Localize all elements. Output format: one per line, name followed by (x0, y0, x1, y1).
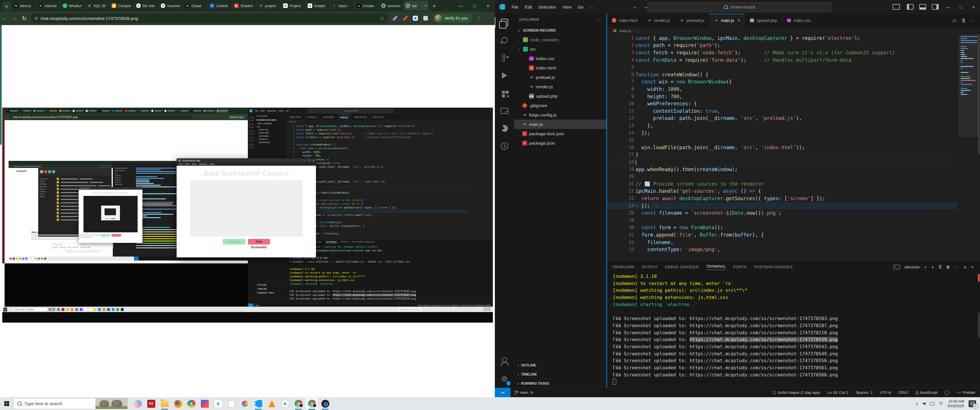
source-control-icon[interactable] (495, 49, 514, 67)
tree-item-packagelockjson[interactable]: npackage-lock.json (514, 129, 606, 138)
editor-more-icon[interactable]: ··· (970, 18, 975, 23)
code-editor[interactable]: 1const { app, BrowserWindow, ipcMain, de… (607, 35, 980, 261)
close-button[interactable]: × (967, 0, 980, 14)
editor-tab-mainjs[interactable]: JSmain.js× (710, 14, 745, 27)
taskbar-icon-chrome-profile-2[interactable] (292, 397, 305, 410)
run-debug-icon[interactable] (495, 67, 514, 84)
tree-item-forgeconfigjs[interactable]: JSforge.config.js (514, 110, 606, 119)
panel-tab-postman-console[interactable]: POSTMAN CONSOLE (754, 265, 793, 269)
command-search-box[interactable]: screen-record (647, 2, 832, 12)
tree-item-preloadjs[interactable]: JSpreload.js (514, 73, 606, 82)
taskbar-icon-paint[interactable] (238, 397, 251, 410)
new-terminal-button[interactable]: + (924, 265, 927, 269)
sidebar-section-timeline[interactable]: ›TIMELINE (514, 370, 606, 379)
taskbar-icon-vscode[interactable] (251, 397, 265, 410)
kill-terminal-button[interactable]: 🗑 (946, 265, 950, 269)
reload-button[interactable]: ↻ (19, 15, 29, 22)
editor-tab-renderjs[interactable]: JSrender.js (643, 14, 675, 27)
timer-icon[interactable] (495, 137, 514, 155)
menu-item-edit[interactable]: Edit (522, 5, 535, 10)
taskbar-icon-chrome[interactable] (185, 397, 198, 410)
menu-item-go[interactable]: Go (574, 5, 587, 10)
editor-tab-preloadjs[interactable]: JSpreload.js (675, 14, 710, 27)
breadcrumb[interactable]: JS main.js › ... (607, 27, 980, 35)
panel-tab-debug-console[interactable]: DEBUG CONSOLE (665, 265, 699, 269)
menu-item-selection[interactable]: Selection (535, 5, 559, 10)
status-item-asiful-haque-1-day-ago-[interactable]: Asiful Haque (1 day ago) (773, 390, 820, 395)
taskbar-icon-copilot[interactable] (131, 397, 145, 410)
browser-tab[interactable]: ¤project (257, 1, 282, 11)
toggle-sidebar-icon[interactable] (907, 4, 914, 10)
panel-tab-terminal[interactable]: TERMINAL (706, 264, 726, 270)
maximize-button[interactable]: □ (955, 0, 967, 14)
search-box-image-elephants[interactable] (95, 398, 127, 409)
capturing-button[interactable]: Capturing... (223, 239, 245, 245)
status-item--javascript[interactable]: {} JavaScript (916, 390, 937, 395)
profile-verify-button[interactable]: Verify it's you (433, 13, 473, 23)
tree-item-mainjs[interactable]: JSmain.js (514, 119, 606, 129)
run-button[interactable]: ▷ (953, 18, 957, 23)
menu-item-view[interactable]: View (559, 5, 574, 10)
browser-tab[interactable]: ◆Analyti (306, 1, 331, 11)
tab-close-icon[interactable]: × (738, 18, 740, 22)
browser-tab[interactable]: ▦Compre (110, 1, 134, 11)
extension-highlighter-icon[interactable] (401, 14, 409, 22)
taskbar-icon-electron-app[interactable] (318, 397, 332, 410)
sidebar-section-running-tasks[interactable]: ›RUNNING TASKS (514, 379, 606, 388)
clock[interactable]: 10:42 AM 5/16/2025 (948, 399, 964, 408)
panel-tab-output[interactable]: OUTPUT (641, 265, 657, 269)
toggle-secondary-sidebar-icon[interactable] (932, 4, 939, 10)
new-tab-button[interactable]: + (430, 2, 438, 10)
start-button[interactable] (0, 397, 13, 410)
explorer-icon[interactable] (495, 14, 514, 31)
terminal-dropdown-icon[interactable]: ∨ (931, 265, 934, 269)
search-icon[interactable] (495, 31, 514, 49)
editor-tab-uploadphp[interactable]: phpupload.php (745, 14, 782, 27)
menu-item-file[interactable]: File (509, 5, 522, 10)
tree-item-packagejson[interactable]: npackage.json (514, 138, 606, 148)
extensions-icon[interactable] (495, 84, 514, 102)
wifi-icon[interactable] (939, 402, 943, 405)
git-branch-item[interactable]: main ↻ (514, 390, 534, 395)
browser-tab[interactable]: inLinkedI (208, 1, 232, 11)
editor-tab-indexcss[interactable]: cssindex.css (782, 14, 816, 27)
browser-tab[interactable]: ▶Shadcn (232, 1, 257, 11)
taskbar-icon-firefox[interactable] (171, 397, 185, 410)
panel-tab-problems[interactable]: PROBLEMS (613, 265, 634, 269)
browser-tab[interactable]: ▲Create (355, 1, 379, 11)
browser-tab[interactable]: NNext.js (12, 1, 37, 11)
status-item-icon[interactable] (945, 390, 949, 395)
accounts-icon[interactable] (495, 353, 514, 370)
device-icon[interactable] (930, 402, 934, 405)
settings-gear-icon[interactable]: ⚙1 (495, 370, 514, 388)
extension-screen-record-icon[interactable] (412, 14, 419, 22)
project-root-row[interactable]: ⌄SCREEN-RECORD (514, 25, 606, 35)
split-terminal-button[interactable]: ⫿⫿ (939, 264, 942, 269)
minimap[interactable] (959, 35, 978, 261)
browser-tab[interactable]: ⚡SQL 50 (86, 1, 110, 11)
editor-back-button[interactable]: ← (630, 4, 640, 10)
pacman-icon[interactable] (495, 119, 514, 137)
explorer-more-icon[interactable]: ··· (597, 17, 601, 22)
browser-tab[interactable]: WhatsA (61, 1, 86, 11)
remote-indicator[interactable]: ˃˂ (495, 388, 511, 397)
toggle-panel-icon[interactable] (919, 4, 926, 10)
hidden-icons-chevron[interactable]: ∧ (916, 402, 918, 406)
browser-tab[interactable]: ●SE-Inte (134, 1, 159, 11)
bookmark-star-icon[interactable]: ☆ (380, 15, 384, 21)
remote-window-icon[interactable] (892, 4, 900, 10)
browser-tab[interactable]: ◍scr× (404, 1, 428, 11)
sidebar-resize-sash[interactable] (606, 14, 607, 388)
sidebar-section-outline[interactable]: ›OUTLINE (514, 361, 606, 370)
volume-icon[interactable] (923, 402, 926, 405)
tree-item-indexcss[interactable]: cssindex.css (514, 54, 606, 63)
panel-tab-ports[interactable]: PORTS (733, 265, 747, 269)
tree-item-gitignore[interactable]: .gitignore (514, 101, 606, 110)
browser-tab[interactable]: ◆Project (282, 1, 306, 11)
status-item-spaces-2[interactable]: Spaces: 2 (856, 390, 873, 395)
extensions-puzzle-icon[interactable] (422, 14, 429, 22)
taskbar-icon-vlc[interactable] (265, 397, 278, 410)
maximize-button[interactable]: □ (468, 0, 481, 11)
address-bar[interactable]: ⊟ chat.mcqstudy.com/ss/screenshot-174737… (31, 13, 388, 23)
tree-item-src[interactable]: ⌄src (514, 44, 606, 54)
